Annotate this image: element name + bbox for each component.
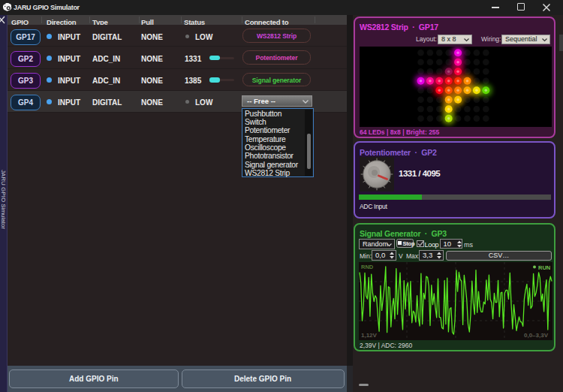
svg-text:0,0–3,3V: 0,0–3,3V — [524, 332, 549, 339]
svg-text:RUN: RUN — [538, 264, 550, 271]
svg-text:RND: RND — [361, 264, 374, 270]
svg-text:1,12V: 1,12V — [361, 332, 378, 339]
